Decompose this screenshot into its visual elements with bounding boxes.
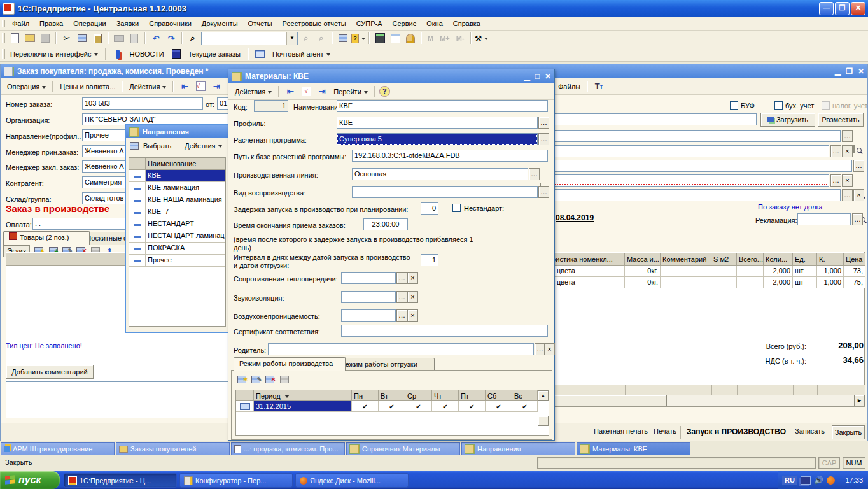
directions-actions-button[interactable]: Действия [182, 141, 224, 151]
menu-operations[interactable]: Операции [69, 18, 110, 29]
memory-m-button[interactable]: М [425, 33, 436, 43]
sound-ellipsis-button[interactable]: … [396, 291, 407, 303]
parent-field[interactable] [268, 343, 534, 355]
end-time-field[interactable]: 23:00:00 [363, 218, 408, 230]
minimize-button[interactable]: — [819, 2, 834, 15]
write-button[interactable]: Записать [795, 427, 825, 435]
goods-cell[interactable]: ез цвета [546, 277, 625, 288]
goods-cell[interactable]: 1,000 [817, 277, 844, 288]
directions-row[interactable]: КВЕ НАША ламинация [146, 194, 225, 206]
task-1c-enterprise[interactable]: 1С:Предприятие - Ц... [64, 473, 177, 488]
task-yandex-disk[interactable]: Яндекс.Диск - Mozill... [295, 473, 409, 488]
scroll-right-icon[interactable]: ► [854, 395, 865, 406]
memory-mplus-button[interactable]: М+ [437, 33, 452, 43]
schedule-check-cell[interactable]: ✔ [432, 401, 459, 412]
memory-mminus-button[interactable]: М- [454, 33, 467, 43]
ref5-clear-button[interactable]: × [853, 189, 864, 201]
buh-checkbox[interactable] [774, 101, 783, 110]
ref-field-2[interactable] [540, 145, 829, 157]
refresh-icon[interactable]: √ [299, 85, 313, 98]
schedule-add-icon[interactable]: ✶ [237, 374, 248, 385]
order-actions-button[interactable]: Действия [127, 82, 169, 92]
day-header-wed[interactable]: Ср [405, 390, 432, 401]
tab-goods[interactable]: Товары (2 поз.) [3, 231, 90, 245]
menubar-grip[interactable] [2, 20, 5, 27]
directions-row[interactable]: КВЕ [146, 170, 225, 182]
ref5-ellipsis-button[interactable]: … [842, 189, 853, 201]
clock[interactable]: 17:33 [845, 476, 863, 484]
nalog-checkbox[interactable] [822, 101, 830, 110]
day-header-fri[interactable]: Пт [459, 390, 486, 401]
air-field[interactable] [341, 309, 396, 322]
reread-icon[interactable]: ⇤ [178, 80, 192, 93]
user-permissions-icon[interactable] [403, 32, 417, 45]
directions-row[interactable]: НЕСТАНДАРТ [146, 218, 225, 230]
maximize-button[interactable]: ❐ [835, 2, 850, 15]
heat-clear-button[interactable]: × [407, 272, 418, 284]
mdi-item-orders[interactable]: Заказы покупателей [116, 442, 230, 456]
materials-maximize-icon[interactable]: □ [535, 72, 540, 81]
menu-catalogs[interactable]: Справочники [144, 18, 196, 29]
goods-header-price[interactable]: Цена [844, 253, 865, 266]
order-minimize-icon[interactable]: ▁ [835, 67, 841, 76]
name-field[interactable]: КВЕ [337, 100, 548, 112]
current-orders-button[interactable]: Текущие заказы [186, 49, 243, 59]
toolbar-grip[interactable] [2, 33, 5, 43]
prices-currency-button[interactable]: Цены и валюта... [57, 82, 118, 92]
goods-header-characteristic[interactable]: еристика номенкл... [546, 253, 625, 266]
open-icon[interactable] [23, 32, 37, 45]
directions-row[interactable]: НЕСТАНДАРТ ламинаци [146, 230, 225, 243]
language-indicator[interactable]: RU [782, 476, 797, 485]
calc-program-field[interactable]: Супер окна 5 [337, 133, 538, 145]
schedule-check-cell[interactable]: ✔ [379, 401, 405, 412]
mdi-item-sale[interactable]: ...: продажа, комиссия. Про... [231, 442, 345, 456]
mdi-item-materials[interactable]: Материалы: КВЕ [577, 442, 690, 456]
schedule-check-cell[interactable]: ✔ [486, 401, 512, 412]
code-field[interactable]: 1 [254, 100, 288, 112]
goods-header-qty[interactable]: Коли... [764, 253, 793, 266]
help-icon[interactable]: ? [379, 86, 390, 97]
antivirus-icon[interactable] [827, 476, 835, 485]
directions-row[interactable]: Прочее [146, 255, 225, 267]
print-icon[interactable] [112, 32, 126, 45]
add-comment-button[interactable]: Добавить комментарий [6, 365, 94, 379]
schedule-edit-icon[interactable]: ✎ [251, 374, 262, 385]
sound-field[interactable] [341, 291, 396, 303]
select-button[interactable]: Выбрать [141, 141, 174, 151]
profile-field[interactable]: КВЕ [337, 117, 538, 129]
network-icon[interactable] [801, 476, 811, 485]
parent-clear-button[interactable]: × [544, 343, 555, 355]
operation-menu-button[interactable]: Операция [4, 82, 48, 92]
goods-cell[interactable]: 1,000 [817, 266, 844, 277]
base-path-field[interactable]: 192.168.0.3:C:\1-otdel\BAZA.FDB [352, 150, 548, 162]
menu-edit[interactable]: Правка [35, 18, 67, 29]
air-clear-button[interactable]: × [407, 309, 418, 322]
goods-cell[interactable] [661, 277, 711, 288]
save-icon[interactable] [38, 32, 52, 45]
vscroll-thumb[interactable] [538, 416, 549, 426]
delay-field[interactable]: 0 [421, 202, 438, 215]
directions-col-header[interactable]: Наименование [146, 158, 225, 170]
goods-header-sm2[interactable]: S м2 [711, 253, 737, 266]
ref2-clear-button[interactable]: × [842, 145, 853, 157]
print-preview-icon[interactable] [127, 32, 141, 45]
ref-field-1[interactable] [540, 130, 841, 142]
materials-actions-button[interactable]: Действия [232, 87, 274, 97]
day-header-mon[interactable]: Пн [352, 390, 379, 401]
news-button[interactable]: НОВОСТИ [127, 49, 167, 59]
prod-line-ellipsis-button[interactable]: … [529, 168, 540, 180]
ref1-ellipsis-button[interactable]: … [842, 130, 853, 142]
goto-button[interactable]: Перейти [331, 87, 370, 97]
tools-icon[interactable]: ⚒ [475, 32, 489, 45]
certificate-field[interactable] [341, 325, 548, 337]
sound-clear-button[interactable]: × [407, 291, 418, 303]
ref3-ellipsis-button[interactable]: … [853, 160, 864, 172]
materials-minimize-icon[interactable]: ▁ [524, 72, 529, 81]
schedule-confirm-icon[interactable] [279, 374, 290, 385]
goods-cell[interactable]: шт [793, 277, 817, 288]
load-source-field[interactable] [540, 113, 757, 125]
menu-requests[interactable]: Заявки [112, 18, 144, 29]
reclamation-ellipsis-button[interactable]: … [852, 213, 863, 225]
print-button[interactable]: Печать [654, 427, 676, 435]
ref4-ellipsis-button[interactable]: … [830, 174, 841, 187]
